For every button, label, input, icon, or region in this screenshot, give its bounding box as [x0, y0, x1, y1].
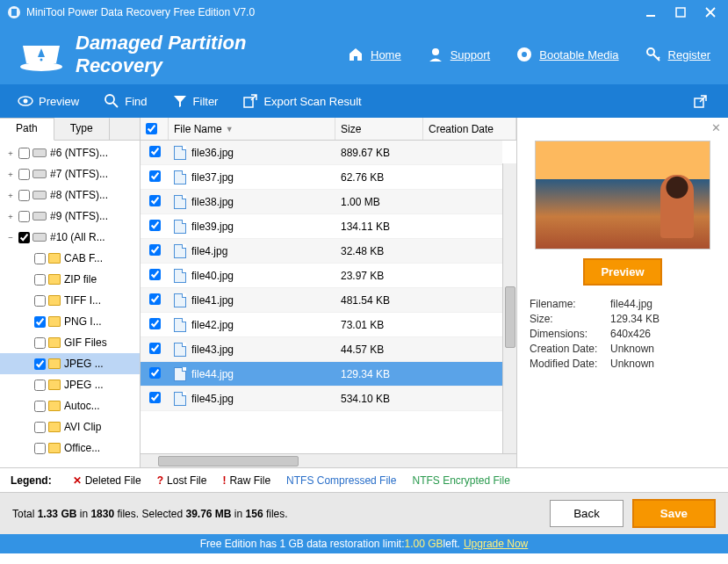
- tree-checkbox[interactable]: [34, 358, 46, 370]
- header-filename[interactable]: File Name▼: [169, 118, 335, 140]
- row-checkbox[interactable]: [149, 269, 161, 280]
- tree-row[interactable]: JPEG ...: [0, 353, 140, 374]
- header-size[interactable]: Size: [335, 118, 423, 140]
- tree-row[interactable]: ZIP file: [0, 269, 140, 290]
- save-button[interactable]: Save: [632, 499, 716, 528]
- file-row[interactable]: file40.jpg23.97 KB: [141, 264, 502, 288]
- tab-path[interactable]: Path: [0, 118, 54, 141]
- tree-expander[interactable]: −: [5, 233, 16, 242]
- toolbar-filter[interactable]: Filter: [172, 93, 219, 109]
- tree[interactable]: +#6 (NTFS)...+#7 (NTFS)...+#8 (NTFS)...+…: [0, 141, 140, 467]
- tree-checkbox[interactable]: [34, 422, 46, 433]
- tree-checkbox[interactable]: [34, 316, 46, 328]
- tree-checkbox[interactable]: [18, 232, 30, 243]
- grid-body[interactable]: file36.jpg889.67 KBfile37.jpg62.76 KBfil…: [141, 141, 502, 453]
- header-checkbox[interactable]: [146, 123, 157, 134]
- tree-label: Office...: [64, 442, 100, 454]
- tree-checkbox[interactable]: [34, 274, 46, 286]
- tree-row[interactable]: CAB F...: [0, 248, 140, 269]
- row-checkbox[interactable]: [149, 146, 161, 157]
- nav-register[interactable]: Register: [644, 45, 710, 64]
- tree-row[interactable]: TIFF I...: [0, 290, 140, 311]
- toolbar-export[interactable]: Export Scan Result: [242, 93, 361, 109]
- tree-checkbox[interactable]: [34, 253, 46, 264]
- upgrade-link[interactable]: Upgrade Now: [464, 538, 528, 550]
- tree-label: #6 (NTFS)...: [50, 147, 108, 159]
- row-checkbox[interactable]: [149, 392, 161, 403]
- file-name: file43.jpg: [191, 343, 234, 356]
- header-creation-date[interactable]: Creation Date: [423, 118, 516, 140]
- row-checkbox[interactable]: [149, 220, 161, 231]
- export-icon: [242, 93, 258, 109]
- titlebar: MiniTool Power Data Recovery Free Editio…: [0, 0, 728, 25]
- tree-checkbox[interactable]: [18, 211, 30, 222]
- tree-row[interactable]: +#7 (NTFS)...: [0, 163, 140, 184]
- tree-row[interactable]: AVI Clip: [0, 416, 140, 437]
- nav-bootable-media[interactable]: Bootable Media: [515, 45, 618, 64]
- toolbar-label: Export Scan Result: [263, 95, 361, 108]
- tree-checkbox[interactable]: [34, 337, 46, 349]
- scrollbar-thumb[interactable]: [505, 286, 515, 348]
- nav-support[interactable]: Support: [426, 45, 491, 64]
- horizontal-scrollbar[interactable]: [141, 453, 516, 467]
- row-checkbox[interactable]: [149, 170, 161, 182]
- back-button[interactable]: Back: [550, 500, 623, 527]
- tree-checkbox[interactable]: [18, 148, 30, 159]
- file-size: 23.97 KB: [335, 270, 423, 282]
- tree-expander[interactable]: +: [5, 170, 16, 178]
- tree-row[interactable]: −#10 (All R...: [0, 227, 140, 248]
- row-checkbox[interactable]: [149, 367, 161, 379]
- tree-label: JPEG ...: [64, 358, 104, 370]
- meta-value: Unknown: [610, 358, 654, 370]
- maximize-button[interactable]: [670, 2, 691, 23]
- tree-row[interactable]: GIF Files: [0, 332, 140, 353]
- tree-checkbox[interactable]: [34, 401, 46, 412]
- tree-checkbox[interactable]: [34, 380, 46, 391]
- close-preview-button[interactable]: ✕: [711, 121, 721, 134]
- file-row[interactable]: file41.jpg481.54 KB: [141, 288, 502, 313]
- file-row[interactable]: file38.jpg1.00 MB: [141, 190, 502, 214]
- header-checkbox-cell[interactable]: [141, 118, 169, 140]
- file-row[interactable]: file39.jpg134.11 KB: [141, 214, 502, 239]
- file-icon: [174, 195, 186, 209]
- row-checkbox[interactable]: [149, 293, 161, 305]
- file-row[interactable]: file43.jpg44.57 KB: [141, 337, 502, 362]
- tab-type[interactable]: Type: [54, 118, 110, 141]
- tree-expander[interactable]: +: [5, 212, 16, 221]
- tree-row[interactable]: +#9 (NTFS)...: [0, 206, 140, 227]
- close-button[interactable]: [700, 2, 721, 23]
- row-checkbox[interactable]: [149, 318, 161, 329]
- file-row[interactable]: file45.jpg534.10 KB: [141, 387, 502, 411]
- row-checkbox[interactable]: [149, 343, 161, 354]
- tree-row[interactable]: Office...: [0, 437, 140, 459]
- tree-row[interactable]: JPEG ...: [0, 374, 140, 395]
- scrollbar-thumb[interactable]: [158, 456, 299, 466]
- nav-home[interactable]: Home: [346, 45, 401, 64]
- vertical-scrollbar[interactable]: [502, 163, 516, 453]
- row-checkbox[interactable]: [149, 244, 161, 256]
- tree-row[interactable]: +#8 (NTFS)...: [0, 184, 140, 206]
- minimize-button[interactable]: [640, 2, 661, 23]
- toolbar-share[interactable]: [691, 91, 710, 111]
- file-row[interactable]: file37.jpg62.76 KB: [141, 165, 502, 190]
- tree-checkbox[interactable]: [34, 443, 46, 454]
- tree-checkbox[interactable]: [34, 295, 46, 307]
- tree-row[interactable]: Autoc...: [0, 395, 140, 416]
- file-row[interactable]: file44.jpg129.34 KB: [141, 362, 502, 387]
- tree-expander[interactable]: +: [5, 191, 16, 199]
- tree-checkbox[interactable]: [18, 190, 30, 201]
- legend: Legend: ✕Deleted File ?Lost File !Raw Fi…: [0, 467, 728, 492]
- toolbar-find[interactable]: Find: [104, 93, 147, 109]
- file-row[interactable]: file4.jpg32.48 KB: [141, 239, 502, 264]
- file-row[interactable]: file36.jpg889.67 KB: [141, 141, 502, 165]
- tree-checkbox[interactable]: [18, 169, 30, 180]
- row-checkbox[interactable]: [149, 195, 161, 206]
- preview-button[interactable]: Preview: [583, 258, 661, 286]
- tree-row[interactable]: +#6 (NTFS)...: [0, 142, 140, 163]
- toolbar-preview[interactable]: Preview: [18, 93, 79, 109]
- file-row[interactable]: file42.jpg73.01 KB: [141, 313, 502, 337]
- tree-row[interactable]: PNG I...: [0, 311, 140, 332]
- meta-key: Modified Date:: [530, 358, 610, 370]
- file-size: 481.54 KB: [335, 294, 423, 307]
- tree-expander[interactable]: +: [5, 148, 16, 157]
